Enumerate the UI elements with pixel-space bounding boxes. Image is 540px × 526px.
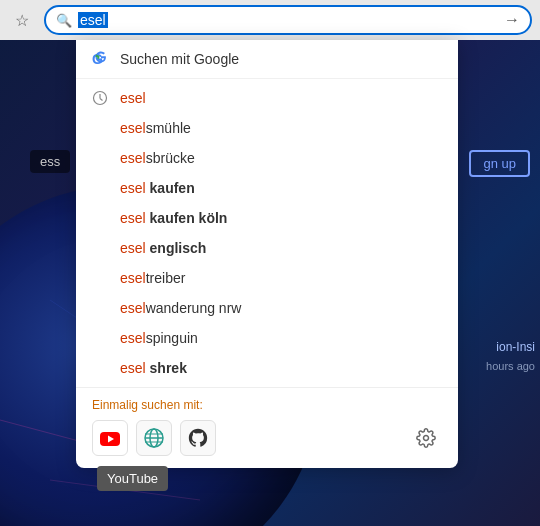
bookmark-button[interactable]: ☆ — [8, 6, 36, 34]
browser-icon — [142, 426, 166, 450]
result-text-9: eselspinguin — [120, 330, 198, 346]
ess-badge: ess — [30, 150, 70, 173]
result-text-4: esel kaufen — [120, 180, 195, 196]
selected-text: esel — [78, 12, 108, 28]
result-text-10: esel shrek — [120, 360, 187, 376]
result-item-7[interactable]: eseltreiber — [76, 263, 458, 293]
one-time-search-section: Einmalig suchen mit: YouTube — [76, 387, 458, 468]
address-bar[interactable]: 🔍 esel → — [44, 5, 532, 35]
browser-search-button[interactable] — [136, 420, 172, 456]
result-text-6: esel englisch — [120, 240, 206, 256]
result-item-9[interactable]: eselspinguin — [76, 323, 458, 353]
result-item-6[interactable]: esel englisch — [76, 233, 458, 263]
one-time-label: Einmalig suchen mit: — [92, 398, 442, 412]
result-text-2: eselsmühle — [120, 120, 191, 136]
signup-button[interactable]: gn up — [469, 150, 530, 177]
result-text-5: esel kaufen köln — [120, 210, 227, 226]
go-button[interactable]: → — [504, 11, 520, 29]
results-list: esel eselsmühle eselsbrücke esel kaufen — [76, 79, 458, 387]
one-time-icons: YouTube — [92, 420, 442, 456]
result-item-2[interactable]: eselsmühle — [76, 113, 458, 143]
result-item-4[interactable]: esel kaufen — [76, 173, 458, 203]
github-icon — [187, 427, 209, 449]
svg-point-23 — [424, 436, 429, 441]
settings-button[interactable] — [410, 422, 442, 454]
google-suggest-text: Suchen mit Google — [120, 51, 239, 67]
topbar: ☆ 🔍 esel → — [0, 0, 540, 40]
youtube-search-button[interactable]: YouTube — [92, 420, 128, 456]
hours-label: hours ago — [486, 360, 535, 372]
search-dropdown: G Suchen mit Google esel eselsmühle — [76, 40, 458, 468]
result-text-1: esel — [120, 90, 146, 106]
svg-line-15 — [100, 99, 103, 101]
search-icon: 🔍 — [56, 13, 72, 28]
address-input[interactable]: esel — [78, 12, 498, 28]
github-search-button[interactable] — [180, 420, 216, 456]
gear-icon — [416, 428, 436, 448]
clock-icon — [92, 90, 108, 106]
insight-label: ion-Insi — [496, 340, 535, 354]
result-text-7: eseltreiber — [120, 270, 185, 286]
result-text-3: eselsbrücke — [120, 150, 195, 166]
google-g-icon: G — [92, 50, 110, 68]
result-item-5[interactable]: esel kaufen köln — [76, 203, 458, 233]
google-suggest-item[interactable]: G Suchen mit Google — [76, 40, 458, 79]
result-item-10[interactable]: esel shrek — [76, 353, 458, 383]
result-item-1[interactable]: esel — [76, 83, 458, 113]
result-item-8[interactable]: eselwanderung nrw — [76, 293, 458, 323]
youtube-icon — [98, 426, 122, 450]
result-text-8: eselwanderung nrw — [120, 300, 241, 316]
result-item-3[interactable]: eselsbrücke — [76, 143, 458, 173]
